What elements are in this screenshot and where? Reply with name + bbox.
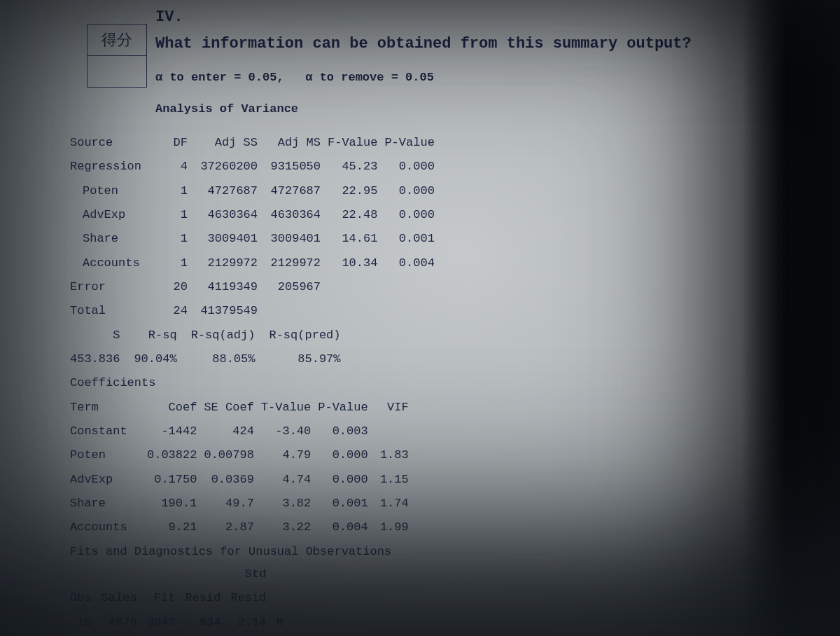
anova-row: Poten 1 4727687 4727687 22.95 0.000 [70,179,442,203]
score-empty [88,56,147,88]
anova-row: AdvExp 1 4630364 4630364 22.48 0.000 [70,203,442,227]
anova-header: Source DF Adj SS Adj MS F-Value P-Value [70,131,442,155]
anova-row: Total 24 41379549 [70,299,442,323]
section-number: IV. [155,6,714,29]
coef-row: Constant -1442 424 -3.40 0.003 [70,420,416,443]
unusual-obs-table: Std Obs Sales Fit Resid Resid 10 4876 39… [70,562,293,635]
coef-row: Accounts 9.21 2.87 3.22 0.004 1.99 [70,516,416,539]
question-text: What information can be obtained from th… [155,32,714,56]
anova-row: Share 1 3009401 3009401 14.61 0.001 [70,227,442,251]
obs-row: 10 4876 3942 934 2.14 R [70,611,293,635]
score-box: 得分 [87,24,147,88]
score-label: 得分 [88,25,147,56]
coef-title: Coefficients [70,374,714,392]
coef-row: AdvExp 0.1750 0.0369 4.74 0.000 1.15 [70,468,416,492]
anova-table: Source DF Adj SS Adj MS F-Value P-Value … [70,131,442,324]
coef-header: Term Coef SE Coef T-Value P-Value VIF [70,396,416,420]
alpha-line: α to enter = 0.05, α to remove = 0.05 [155,69,714,87]
obs-header: Obs Sales Fit Resid Resid [70,586,293,610]
anova-row: Regression 4 37260200 9315050 45.23 0.00… [70,155,442,179]
coef-row: Share 190.1 49.7 3.82 0.001 1.74 [70,492,416,516]
anova-title: Analysis of Variance [155,100,714,118]
anova-row: Accounts 1 2129972 2129972 10.34 0.004 [70,251,442,275]
fits-title: Fits and Diagnostics for Unusual Observa… [70,543,714,561]
anova-row: Error 20 4119349 205967 [70,275,442,299]
coef-table: Term Coef SE Coef T-Value P-Value VIF Co… [70,396,416,540]
coef-row: Poten 0.03822 0.00798 4.79 0.000 1.83 [70,443,416,467]
document-page: 得分 IV. What information can be obtained … [70,6,714,635]
model-summary: S R-sq R-sq(adj) R-sq(pred) 453.836 90.0… [70,324,355,372]
